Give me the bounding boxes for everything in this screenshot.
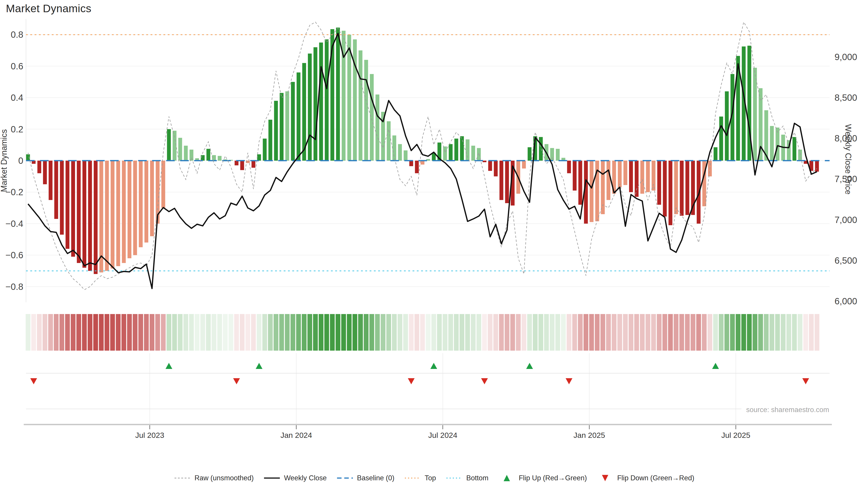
heatmap-cell xyxy=(584,314,588,351)
bar xyxy=(201,155,205,161)
heatmap-cell xyxy=(116,314,121,351)
heatmap-cell xyxy=(702,314,707,351)
heatmap-cell xyxy=(764,314,769,351)
heatmap-cell xyxy=(724,314,729,351)
bar xyxy=(640,161,644,194)
heatmap-cell xyxy=(54,314,59,351)
bar xyxy=(370,74,374,161)
y-left-tick: 0.2 xyxy=(11,124,23,134)
bar xyxy=(404,151,408,161)
heatmap-cell xyxy=(420,314,425,351)
dot-orange-icon xyxy=(404,474,422,482)
heatmap-cell xyxy=(26,314,31,351)
bar xyxy=(573,161,577,191)
heatmap-cell xyxy=(409,314,414,351)
heatmap-cell xyxy=(815,314,819,351)
legend-item: Flip Up (Red→Green) xyxy=(498,474,587,482)
line-layer xyxy=(28,22,817,290)
bar xyxy=(657,161,661,205)
heatmap-cell xyxy=(251,314,256,351)
legend-label: Top xyxy=(425,474,436,482)
flip-down-marker xyxy=(481,378,488,384)
heatmap-cell xyxy=(161,314,166,351)
dash-blue-icon xyxy=(336,474,354,482)
bar xyxy=(375,94,379,161)
bar xyxy=(111,161,114,268)
legend-item: Bottom xyxy=(445,474,489,482)
bar xyxy=(359,51,362,161)
heatmap-cell xyxy=(623,314,628,351)
bar xyxy=(556,149,560,161)
heatmap-cell xyxy=(696,314,701,351)
bar xyxy=(505,161,509,203)
heatmap-cell xyxy=(460,314,464,351)
heatmap-cell xyxy=(392,314,397,351)
heatmap-cell xyxy=(719,314,723,351)
bar xyxy=(719,117,723,161)
bar xyxy=(353,39,357,161)
bar xyxy=(325,39,329,161)
heatmap-cell xyxy=(578,314,583,351)
y-left-tick: 0 xyxy=(18,156,23,166)
bar xyxy=(623,161,627,185)
bar xyxy=(88,161,92,271)
flip-up-marker xyxy=(712,363,719,369)
bar xyxy=(122,161,126,263)
bar xyxy=(94,161,98,274)
heatmap-cell xyxy=(71,314,75,351)
heatmap-cell xyxy=(770,314,774,351)
heatmap-cell xyxy=(572,314,577,351)
bar xyxy=(285,91,289,161)
bar xyxy=(150,161,154,236)
dot-cyan-icon xyxy=(445,474,463,482)
heatmap-cell xyxy=(82,314,87,351)
heatmap-cell xyxy=(65,314,70,351)
heatmap-cell xyxy=(679,314,684,351)
legend-label: Flip Up (Red→Green) xyxy=(519,474,587,482)
flip-up-marker xyxy=(430,363,437,369)
bar xyxy=(725,91,729,161)
heatmap-cell xyxy=(358,314,363,351)
bar xyxy=(139,161,143,247)
bar xyxy=(753,68,757,161)
heatmap-cell xyxy=(127,314,132,351)
heatmap-cell xyxy=(200,314,205,351)
bar xyxy=(308,54,312,161)
y-right-tick: 6,000 xyxy=(835,296,857,306)
heatmap-cell xyxy=(234,314,239,351)
heatmap-cell xyxy=(741,314,746,351)
heatmap-cell xyxy=(189,314,194,351)
heatmap-cell xyxy=(352,314,357,351)
bar xyxy=(449,144,453,161)
bar xyxy=(539,137,543,161)
bar xyxy=(66,161,69,249)
legend-label: Bottom xyxy=(466,474,489,482)
heatmap-cell xyxy=(138,314,143,351)
heatmap-cell xyxy=(454,314,459,351)
y-axis-label-right: Weekly Close Price xyxy=(844,124,853,194)
heatmap-cell xyxy=(121,314,126,351)
bar xyxy=(590,161,594,222)
bar xyxy=(319,42,323,161)
flip-down-marker xyxy=(565,378,572,384)
bar xyxy=(646,161,650,192)
heatmap-cell xyxy=(798,314,802,351)
heatmap-cell xyxy=(414,314,419,351)
heatmap-cell xyxy=(330,314,335,351)
bar xyxy=(494,161,498,176)
heatmap-cell xyxy=(296,314,301,351)
legend-label: Weekly Close xyxy=(284,474,327,482)
heatmap-cell xyxy=(206,314,211,351)
heatmap-cell xyxy=(708,314,712,351)
bar xyxy=(607,161,610,200)
heatmap-cell xyxy=(527,314,532,351)
heatmap-cell xyxy=(381,314,385,351)
bar xyxy=(105,161,109,271)
x-tick-label: Jan 2025 xyxy=(574,431,605,440)
bar xyxy=(37,161,41,173)
bar xyxy=(409,161,413,166)
x-tick-label: Jul 2025 xyxy=(721,431,750,440)
bar xyxy=(206,149,210,161)
y-right-tick: 9,000 xyxy=(835,52,857,62)
heatmap-cell xyxy=(223,314,228,351)
